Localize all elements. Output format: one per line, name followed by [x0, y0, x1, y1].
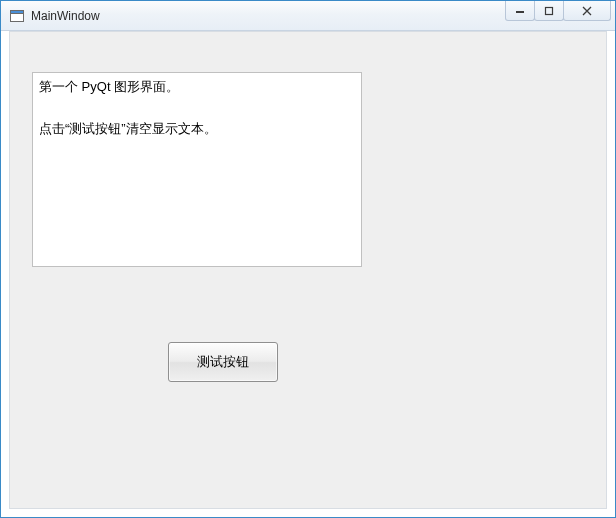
minimize-icon: [515, 6, 525, 16]
window-controls: [506, 1, 611, 21]
minimize-button[interactable]: [505, 1, 535, 21]
svg-rect-2: [516, 11, 524, 13]
close-button[interactable]: [563, 1, 611, 21]
maximize-button[interactable]: [534, 1, 564, 21]
client-area: 第一个 PyQt 图形界面。 点击“测试按钮”清空显示文本。 测试按钮: [9, 31, 607, 509]
close-icon: [581, 6, 593, 16]
maximize-icon: [544, 6, 554, 16]
titlebar[interactable]: MainWindow: [1, 1, 615, 31]
text-display[interactable]: 第一个 PyQt 图形界面。 点击“测试按钮”清空显示文本。: [32, 72, 362, 267]
svg-rect-1: [11, 10, 24, 13]
app-icon: [9, 8, 25, 24]
window-title: MainWindow: [31, 9, 100, 23]
main-window: MainWindow 第一个 PyQt 图形界面。 点击“测试按钮”清空显示文本…: [0, 0, 616, 518]
test-button-label: 测试按钮: [197, 353, 249, 371]
test-button[interactable]: 测试按钮: [168, 342, 278, 382]
svg-rect-3: [546, 7, 553, 14]
